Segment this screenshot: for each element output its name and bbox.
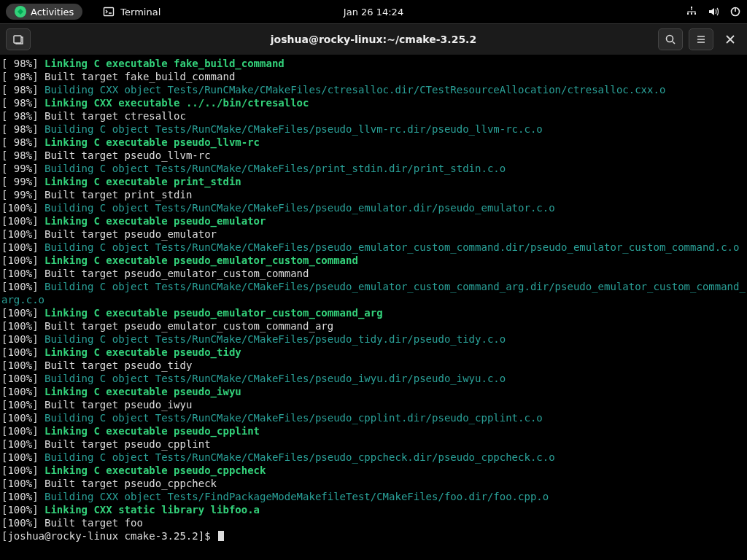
output-message: Building C object Tests/RunCMake/CMakeFi… [44, 202, 555, 214]
progress-percent: [100%] [1, 386, 44, 397]
output-message: Building CXX object Tests/RunCMake/CMake… [44, 84, 665, 96]
output-message: Linking C executable pseudo_tidy [44, 346, 241, 358]
output-message: Built target pseudo_cpplint [44, 438, 211, 450]
progress-percent: [100%] [1, 241, 44, 253]
app-indicator[interactable]: Terminal [103, 6, 160, 18]
new-tab-button[interactable] [6, 28, 31, 50]
activities-button[interactable]: Activities [6, 4, 82, 20]
output-message: Built target pseudo_cppcheck [44, 478, 217, 489]
output-message: Linking C executable pseudo_emulator_cus… [44, 307, 383, 319]
progress-percent: [100%] [1, 333, 44, 345]
progress-percent: [100%] [1, 517, 44, 529]
output-line: [100%] Linking C executable pseudo_cppch… [1, 464, 746, 477]
svg-rect-4 [691, 13, 692, 15]
output-message: Building C object Tests/RunCMake/CMakeFi… [44, 373, 506, 384]
volume-icon[interactable] [708, 6, 719, 18]
output-line: [100%] Linking CXX static library libfoo… [1, 503, 746, 516]
output-line: [ 98%] Building C object Tests/RunCMake/… [1, 122, 746, 136]
output-message: Linking C executable print_stdin [44, 176, 241, 187]
progress-percent: [ 98%] [1, 97, 44, 109]
output-message: Built target ctresalloc [44, 110, 186, 122]
power-icon[interactable] [729, 6, 741, 18]
output-line: [100%] Built target pseudo_tidy [1, 359, 746, 372]
output-message: Built target pseudo_emulator [44, 228, 217, 240]
output-message: Built target pseudo_iwyu [44, 399, 192, 411]
progress-percent: [ 98%] [1, 110, 44, 122]
output-line: [100%] Built target pseudo_emulator_cust… [1, 267, 746, 280]
output-message: Built target foo [44, 517, 143, 529]
output-line: [100%] Built target pseudo_emulator_cust… [1, 319, 746, 332]
output-line: [ 98%] Built target ctresalloc [1, 109, 746, 122]
output-message: Building C object Tests/RunCMake/CMakeFi… [44, 163, 506, 174]
svg-rect-7 [14, 36, 21, 43]
activities-label: Activities [31, 7, 74, 18]
output-message: Built target pseudo_emulator_custom_comm… [44, 320, 333, 332]
shell-prompt: [joshua@rocky-linux cmake-3.25.2]$ [1, 530, 217, 542]
output-message: Building CXX object Tests/FindPackageMod… [44, 491, 549, 502]
search-button[interactable] [658, 28, 683, 50]
output-message: Linking C executable pseudo_cpplint [44, 425, 260, 437]
output-line: [100%] Building C object Tests/RunCMake/… [1, 451, 746, 464]
output-message: Linking C executable pseudo_emulator_cus… [44, 254, 358, 266]
progress-percent: [ 98%] [1, 136, 44, 148]
menu-button[interactable] [689, 28, 713, 50]
prompt-line[interactable]: [joshua@rocky-linux cmake-3.25.2]$ [1, 529, 746, 542]
progress-percent: [100%] [1, 281, 44, 292]
progress-percent: [100%] [1, 438, 44, 450]
output-message: Built target pseudo_llvm-rc [44, 149, 211, 161]
output-message: Building C object Tests/RunCMake/CMakeFi… [44, 241, 739, 253]
output-line: [ 98%] Linking C executable pseudo_llvm-… [1, 136, 746, 149]
progress-percent: [100%] [1, 307, 44, 319]
output-message: Building C object Tests/RunCMake/CMakeFi… [44, 451, 555, 463]
progress-percent: [ 98%] [1, 84, 44, 96]
progress-percent: [100%] [1, 399, 44, 411]
output-line: [100%] Building C object Tests/RunCMake/… [1, 332, 746, 346]
progress-percent: [100%] [1, 504, 44, 516]
output-line: [100%] Linking C executable pseudo_emula… [1, 306, 746, 319]
progress-percent: [100%] [1, 268, 44, 279]
output-message: Building C object Tests/RunCMake/CMakeFi… [44, 333, 506, 345]
progress-percent: [ 98%] [1, 149, 44, 161]
progress-percent: [ 98%] [1, 58, 44, 69]
progress-percent: [ 98%] [1, 71, 44, 82]
progress-percent: [100%] [1, 412, 44, 424]
output-line: [100%] Building C object Tests/RunCMake/… [1, 280, 746, 306]
progress-percent: [ 99%] [1, 189, 44, 201]
clock[interactable]: Jan 26 14:24 [344, 7, 403, 18]
progress-percent: [100%] [1, 425, 44, 437]
progress-percent: [100%] [1, 478, 44, 489]
output-message: Building C object Tests/RunCMake/CMakeFi… [1, 281, 746, 306]
output-message: Linking C executable fake_build_command [44, 58, 285, 69]
svg-point-8 [667, 36, 673, 42]
activities-icon [15, 6, 26, 18]
output-message: Built target pseudo_tidy [44, 359, 192, 371]
progress-percent: [ 98%] [1, 123, 44, 135]
output-message: Building C object Tests/RunCMake/CMakeFi… [44, 123, 543, 135]
output-message: Built target pseudo_emulator_custom_comm… [44, 268, 309, 279]
output-message: Linking C executable pseudo_iwyu [44, 386, 241, 397]
output-line: [100%] Building C object Tests/RunCMake/… [1, 241, 746, 254]
output-line: [100%] Built target pseudo_cppcheck [1, 477, 746, 490]
output-line: [ 98%] Building CXX object Tests/RunCMak… [1, 83, 746, 96]
output-line: [ 99%] Building C object Tests/RunCMake/… [1, 162, 746, 175]
output-message: Linking C executable pseudo_cppcheck [44, 464, 266, 476]
svg-rect-1 [104, 8, 114, 16]
output-message: Linking C executable pseudo_llvm-rc [44, 136, 260, 148]
terminal-icon [103, 6, 115, 18]
output-message: Building C object Tests/RunCMake/CMakeFi… [44, 412, 543, 424]
network-icon[interactable] [686, 6, 697, 18]
output-line: [100%] Building C object Tests/RunCMake/… [1, 372, 746, 385]
progress-percent: [ 99%] [1, 163, 44, 174]
output-message: Linking CXX static library libfoo.a [44, 504, 260, 516]
output-line: [100%] Building C object Tests/RunCMake/… [1, 201, 746, 214]
progress-percent: [100%] [1, 491, 44, 502]
progress-percent: [100%] [1, 464, 44, 476]
output-message: Built target print_stdin [44, 189, 192, 201]
close-button[interactable] [719, 28, 741, 50]
output-message: Linking C executable pseudo_emulator [44, 215, 266, 227]
output-line: [100%] Built target foo [1, 516, 746, 529]
output-line: [ 98%] Built target fake_build_command [1, 70, 746, 83]
terminal-output[interactable]: [ 98%] Linking C executable fake_build_c… [0, 55, 747, 560]
output-line: [ 98%] Built target pseudo_llvm-rc [1, 149, 746, 162]
gnome-topbar: Activities Terminal Jan 26 14:24 [0, 0, 747, 23]
